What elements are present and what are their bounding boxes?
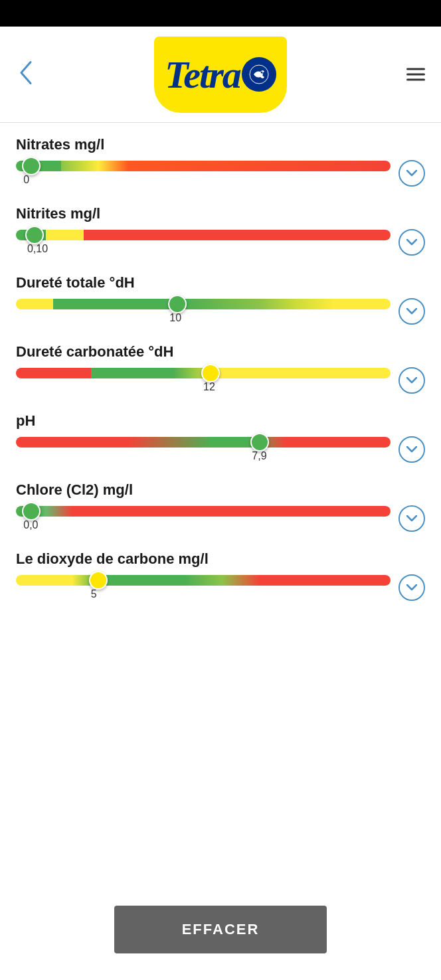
slider-row-durete-totale: 10 bbox=[16, 298, 425, 325]
slider-row-nitrites: 0,10 bbox=[16, 229, 425, 256]
param-row-ph: pH7,9 bbox=[16, 412, 425, 463]
logo-text: Tetra bbox=[165, 52, 276, 97]
chevron-button-durete-totale[interactable] bbox=[398, 298, 425, 325]
param-row-chlore: Chlore (Cl2) mg/l0,0 bbox=[16, 481, 425, 532]
slider-wrapper-durete-carb: 12 bbox=[16, 368, 391, 393]
slider-value-nitrates: 0 bbox=[23, 174, 391, 186]
content: Nitrates mg/l0 Nitrites mg/l0,10 Dureté … bbox=[0, 123, 441, 633]
slider-wrapper-co2: 5 bbox=[16, 575, 391, 600]
param-title-durete-totale: Dureté totale °dH bbox=[16, 274, 425, 291]
param-title-durete-carb: Dureté carbonatée °dH bbox=[16, 343, 425, 361]
slider-wrapper-nitrates: 0 bbox=[16, 161, 391, 186]
menu-button[interactable] bbox=[406, 68, 425, 81]
bottom-section: EFFACER bbox=[114, 906, 327, 953]
slider-thumb-durete-carb[interactable] bbox=[201, 364, 220, 382]
slider-thumb-co2[interactable] bbox=[89, 571, 108, 590]
logo-fish-icon bbox=[242, 57, 276, 92]
chevron-button-durete-carb[interactable] bbox=[398, 367, 425, 394]
slider-value-co2: 5 bbox=[91, 588, 391, 600]
chevron-button-nitrites[interactable] bbox=[398, 229, 425, 256]
slider-track-durete-carb[interactable] bbox=[16, 368, 391, 378]
slider-wrapper-ph: 7,9 bbox=[16, 437, 391, 462]
menu-line-1 bbox=[406, 68, 425, 70]
chevron-button-chlore[interactable] bbox=[398, 505, 425, 532]
param-row-nitrites: Nitrites mg/l0,10 bbox=[16, 205, 425, 256]
effacer-button[interactable]: EFFACER bbox=[114, 906, 327, 953]
slider-row-chlore: 0,0 bbox=[16, 505, 425, 532]
param-title-nitrates: Nitrates mg/l bbox=[16, 136, 425, 153]
chevron-button-co2[interactable] bbox=[398, 574, 425, 601]
param-row-durete-carb: Dureté carbonatée °dH12 bbox=[16, 343, 425, 394]
header: Tetra bbox=[0, 27, 441, 123]
slider-row-ph: 7,9 bbox=[16, 436, 425, 463]
slider-thumb-nitrites[interactable] bbox=[25, 226, 44, 244]
slider-wrapper-chlore: 0,0 bbox=[16, 506, 391, 531]
slider-thumb-ph[interactable] bbox=[250, 433, 269, 451]
chevron-button-ph[interactable] bbox=[398, 436, 425, 463]
slider-wrapper-nitrites: 0,10 bbox=[16, 230, 391, 255]
param-title-nitrites: Nitrites mg/l bbox=[16, 205, 425, 222]
svg-point-1 bbox=[260, 72, 262, 74]
param-title-chlore: Chlore (Cl2) mg/l bbox=[16, 481, 425, 499]
logo: Tetra bbox=[154, 37, 287, 113]
param-title-ph: pH bbox=[16, 412, 425, 430]
slider-thumb-nitrates[interactable] bbox=[22, 157, 41, 175]
slider-row-nitrates: 0 bbox=[16, 160, 425, 187]
slider-track-co2[interactable] bbox=[16, 575, 391, 586]
logo-badge: Tetra bbox=[154, 37, 287, 113]
slider-row-co2: 5 bbox=[16, 574, 425, 601]
param-row-nitrates: Nitrates mg/l0 bbox=[16, 136, 425, 187]
slider-value-ph: 7,9 bbox=[252, 450, 391, 462]
slider-track-nitrites[interactable] bbox=[16, 230, 391, 240]
param-title-co2: Le dioxyde de carbone mg/l bbox=[16, 550, 425, 568]
slider-thumb-durete-totale[interactable] bbox=[168, 295, 187, 313]
chevron-button-nitrates[interactable] bbox=[398, 160, 425, 187]
slider-value-durete-carb: 12 bbox=[203, 381, 391, 393]
slider-track-durete-totale[interactable] bbox=[16, 299, 391, 309]
slider-row-durete-carb: 12 bbox=[16, 367, 425, 394]
menu-line-2 bbox=[406, 74, 425, 76]
slider-wrapper-durete-totale: 10 bbox=[16, 299, 391, 324]
slider-value-durete-totale: 10 bbox=[169, 312, 391, 324]
slider-track-chlore[interactable] bbox=[16, 506, 391, 517]
slider-track-ph[interactable] bbox=[16, 437, 391, 448]
param-row-durete-totale: Dureté totale °dH10 bbox=[16, 274, 425, 325]
menu-line-3 bbox=[406, 79, 425, 81]
back-button[interactable] bbox=[16, 58, 35, 91]
slider-value-chlore: 0,0 bbox=[23, 519, 391, 531]
slider-value-nitrites: 0,10 bbox=[27, 243, 391, 255]
slider-track-nitrates[interactable] bbox=[16, 161, 391, 171]
status-bar bbox=[0, 0, 441, 27]
slider-thumb-chlore[interactable] bbox=[22, 502, 41, 521]
param-row-co2: Le dioxyde de carbone mg/l5 bbox=[16, 550, 425, 601]
